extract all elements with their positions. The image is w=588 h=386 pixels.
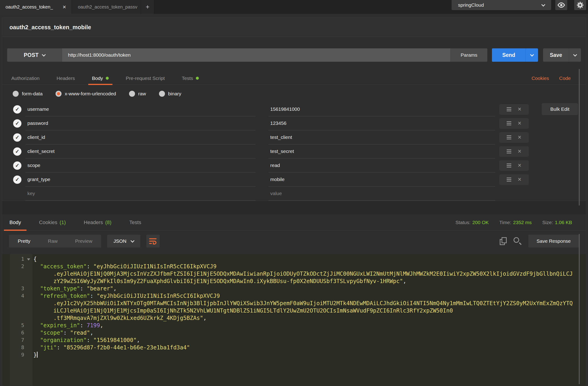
param-row-actions: × — [499, 173, 529, 186]
request-tab-headers[interactable]: Headers — [57, 72, 75, 85]
check-icon: ✓ — [13, 176, 21, 184]
radio-icon — [129, 91, 135, 97]
cookies-link[interactable]: Cookies — [532, 76, 549, 81]
param-row-actions: × — [499, 102, 529, 116]
response-body-editor[interactable]: 123456789 { "access_token": "eyJhbGciOiJ… — [2, 254, 586, 386]
param-key-input[interactable]: password — [26, 116, 255, 130]
param-key-input[interactable]: grant_type — [26, 173, 255, 186]
method-select[interactable]: POST — [7, 48, 62, 62]
code-line: "access_token": "eyJhbGciOiJIUzI1NiIsInR… — [33, 263, 586, 270]
code-line: zY29wZSI6WyJyZWFkIl0sIm9yZ2FuaXphdGlvbiI… — [33, 278, 586, 285]
code-token: , — [90, 330, 93, 336]
param-value-input[interactable]: mobile — [268, 173, 495, 186]
search-button[interactable] — [514, 237, 521, 245]
code-link[interactable]: Code — [559, 76, 571, 81]
param-key-input[interactable]: key — [26, 186, 255, 201]
environment-quick-look-button[interactable] — [555, 0, 567, 10]
code-token: "expires_in" — [40, 322, 80, 329]
text-cursor — [37, 352, 38, 358]
row-menu-icon[interactable] — [507, 121, 511, 125]
param-checkbox[interactable]: ✓ — [9, 173, 26, 186]
row-menu-icon[interactable] — [507, 178, 511, 182]
environment-select[interactable]: springCloud — [452, 0, 551, 10]
green-dot-icon — [196, 77, 199, 80]
save-options-button[interactable] — [569, 48, 581, 62]
new-tab-button[interactable]: + — [141, 0, 154, 14]
param-value-input[interactable]: value — [268, 186, 495, 201]
delete-row-icon[interactable]: × — [518, 120, 521, 126]
delete-row-icon[interactable]: × — [518, 176, 521, 183]
param-value-input[interactable]: test_secret — [268, 144, 495, 159]
param-key-input[interactable]: scope — [26, 159, 255, 173]
param-key-input[interactable]: username — [26, 102, 255, 116]
body-type-x-www-form-urlencoded[interactable]: x-www-form-urlencoded — [56, 91, 116, 97]
param-checkbox[interactable]: ✓ — [9, 102, 26, 116]
delete-row-icon[interactable]: × — [518, 162, 521, 169]
row-menu-icon[interactable] — [507, 135, 511, 139]
param-checkbox[interactable]: ✓ — [9, 144, 26, 159]
param-value-input[interactable]: read — [268, 159, 495, 173]
request-tab-pre-request-script[interactable]: Pre-request Script — [126, 72, 165, 85]
params-button[interactable]: Params — [450, 48, 487, 62]
send-label[interactable]: Send — [492, 48, 525, 62]
bulk-edit-button[interactable]: Bulk Edit — [542, 103, 578, 115]
save-response-button[interactable]: Save Response — [528, 235, 579, 248]
view-mode-pretty[interactable]: Pretty — [9, 238, 39, 244]
scrollbar[interactable] — [579, 234, 580, 384]
param-checkbox[interactable]: ✓ — [9, 159, 26, 173]
save-button[interactable]: Save — [543, 48, 581, 62]
row-actions-group: × — [499, 160, 529, 171]
delete-row-icon[interactable]: × — [518, 148, 521, 155]
body-type-form-data[interactable]: form-data — [13, 91, 43, 97]
request-tab-body[interactable]: Body — [92, 72, 109, 85]
tab-label: Authorization — [11, 76, 40, 81]
param-value-input[interactable]: 15619841000 — [268, 102, 495, 116]
response-tabs: BodyCookies(1)Headers(8)Tests Status:200… — [2, 214, 586, 231]
section-divider — [2, 201, 586, 214]
status-value: 2352 ms — [513, 220, 532, 225]
request-tab-tests[interactable]: Tests — [182, 72, 199, 85]
row-menu-icon[interactable] — [507, 107, 511, 111]
delete-row-icon[interactable]: × — [518, 106, 521, 112]
param-key-input[interactable]: client_secret — [26, 144, 255, 159]
response-tab-headers[interactable]: Headers(8) — [84, 214, 111, 231]
code-editor[interactable]: { "access_token": "eyJhbGciOiJIUzI1NiIsI… — [32, 254, 586, 386]
row-menu-icon[interactable] — [507, 149, 511, 153]
wrap-text-button[interactable] — [146, 235, 160, 248]
fold-arrow-icon[interactable] — [27, 258, 30, 261]
save-label[interactable]: Save — [543, 48, 569, 62]
param-value-input[interactable]: 123456 — [268, 116, 495, 130]
send-options-button[interactable] — [525, 48, 538, 62]
response-tab-tests[interactable]: Tests — [129, 214, 141, 231]
param-value-input[interactable]: test_client — [268, 130, 495, 144]
editor-tab-active[interactable]: oauth2_access_token_ × — [0, 0, 72, 14]
tab-close-icon[interactable]: × — [63, 4, 66, 10]
editor-tab-inactive[interactable]: oauth2_access_token_passv — [72, 0, 141, 14]
copy-button[interactable] — [500, 237, 507, 245]
row-menu-icon[interactable] — [507, 163, 511, 167]
url-row: POST Params Send Save — [7, 48, 581, 62]
language-select[interactable]: JSON — [107, 235, 140, 248]
view-mode-raw[interactable]: Raw — [39, 238, 66, 244]
chevron-down-icon — [130, 239, 134, 243]
delete-row-icon[interactable]: × — [518, 134, 521, 141]
url-input[interactable] — [62, 48, 450, 62]
param-checkbox[interactable]: ✓ — [9, 116, 26, 130]
code-token: } — [33, 352, 37, 358]
body-type-binary[interactable]: binary — [159, 91, 181, 97]
line-number: 7 — [2, 336, 32, 344]
scrollbar[interactable] — [579, 69, 580, 205]
code-token: 7199 — [87, 322, 100, 329]
view-mode-preview[interactable]: Preview — [66, 238, 101, 244]
code-line: "token_type": "bearer", — [33, 285, 586, 292]
send-button[interactable]: Send — [492, 48, 538, 62]
request-tab-authorization[interactable]: Authorization — [11, 72, 40, 85]
response-tab-body[interactable]: Body — [9, 214, 21, 231]
param-checkbox[interactable]: ✓ — [9, 130, 26, 144]
body-type-label: x-www-form-urlencoded — [65, 91, 116, 97]
settings-button[interactable] — [574, 0, 586, 10]
param-key-input[interactable]: client_id — [26, 130, 255, 144]
row-actions-group: × — [499, 118, 529, 129]
body-type-raw[interactable]: raw — [129, 91, 146, 97]
response-tab-cookies[interactable]: Cookies(1) — [39, 214, 66, 231]
